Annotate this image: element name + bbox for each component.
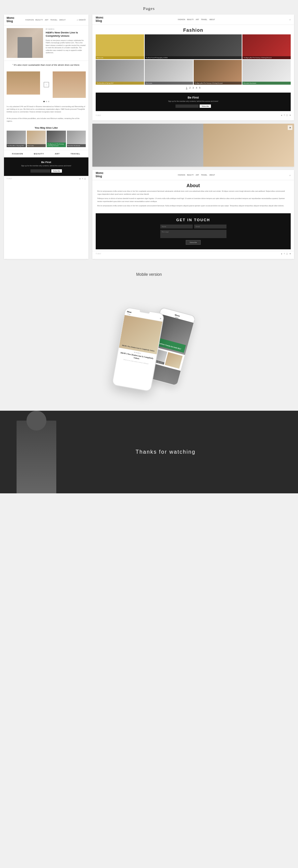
phone-front-hero-image: H&M's New Denim Line Is Completely Unise… (119, 315, 163, 354)
close-button[interactable]: ✕ (288, 125, 292, 130)
fp-subscribe-text: Sign up for the member-only contents, be… (99, 100, 288, 103)
ap-social-2[interactable]: f (284, 253, 285, 255)
related-item-3[interactable]: The Agony and The Ecstasy of Getting Dre… (47, 131, 66, 147)
nav-art[interactable]: ART (45, 19, 48, 21)
git-email-input[interactable] (194, 224, 226, 228)
ap-nav-about[interactable]: ABOUT (209, 174, 215, 176)
fashion-cell-caption-2: The Best Travel Photography of 2016 (145, 56, 242, 59)
fp-nav-beauty[interactable]: BEAUTY (187, 19, 194, 21)
be-first-subscribe-button[interactable]: Subscribe (51, 169, 62, 173)
fp-social-1[interactable]: ✦ (281, 114, 282, 116)
article-body-intro: Denim at new jeans season is always cele… (46, 39, 86, 54)
ap-nav-beauty[interactable]: BEAUTY (187, 174, 194, 176)
ap-nav-art[interactable]: ART (196, 174, 199, 176)
related-item-4[interactable]: Minimalist Handmade (67, 131, 86, 147)
cat-travel[interactable]: TRAVEL (71, 153, 80, 155)
footer-social: ✦ f ☐ (79, 178, 86, 180)
git-submit-button[interactable]: Subscribe (186, 240, 200, 245)
ap-social-1[interactable]: ✦ (281, 253, 282, 255)
cat-beauty[interactable]: BEAUTY (34, 153, 44, 155)
nav-search[interactable]: ⌕ search (77, 19, 86, 21)
next-arrow-icon[interactable]: → (44, 82, 49, 87)
page-4[interactable]: 4 (196, 87, 197, 89)
fp-social-3[interactable]: ☐ (286, 114, 288, 116)
article-image-carousel: → (4, 69, 88, 100)
dark-footer: Thanks for watching (0, 411, 298, 493)
git-message-input[interactable] (160, 230, 226, 238)
thanks-text: Thanks for watching (135, 449, 195, 455)
related-item-1[interactable]: The Best Arts of Spring 2017 (7, 131, 26, 147)
carousel-dots (4, 100, 88, 103)
fp-subscribe-button[interactable]: Subscribe (200, 104, 211, 108)
git-name-input[interactable] (160, 224, 193, 228)
fp-nav-art[interactable]: ART (196, 19, 199, 21)
fashion-cell-img-6 (194, 60, 242, 85)
cat-fashion[interactable]: FASHION (12, 153, 23, 155)
fp-social-2[interactable]: f (284, 114, 285, 116)
page-5[interactable]: 5 (199, 87, 200, 89)
nav-fashion[interactable]: FASHION (26, 19, 34, 21)
fashion-cell-6[interactable]: The Agony And The Ecstasy of Getting Dre… (194, 60, 242, 85)
ap-nav-fashion[interactable]: FASHION (178, 174, 185, 176)
dot-3[interactable] (48, 101, 49, 102)
fashion-cell-3[interactable]: The Agony And The Ecstasy of Getting Dre… (242, 34, 291, 59)
page-3[interactable]: 3 (193, 87, 194, 89)
dot-1[interactable] (44, 101, 45, 102)
fp-nav-about[interactable]: ABOUT (209, 19, 215, 21)
related-caption-2: Best Looks (27, 144, 46, 147)
fashion-cell-caption-4: The Best Arts of Spring 2017 (96, 82, 144, 85)
fashion-cell-1[interactable]: Best Looks (96, 34, 144, 59)
ap-social-4[interactable]: ● (289, 253, 291, 255)
page-2[interactable]: 2 (189, 87, 191, 89)
get-in-touch-title: GET IN TOUCH (99, 218, 288, 222)
be-first-section: Be First Sign up for the member-only con… (4, 157, 88, 176)
related-caption-4: Minimalist Handmade (67, 144, 86, 147)
ap-social-3[interactable]: ☐ (286, 253, 288, 255)
social-twitter-icon[interactable]: ☐ (84, 178, 86, 180)
carousel-image-2 (53, 71, 86, 98)
footer-copyright: © 2017 (7, 178, 12, 180)
social-facebook-icon[interactable]: f (82, 178, 83, 180)
cat-art[interactable]: ART (55, 153, 60, 155)
nav-about[interactable]: ABOUT (59, 19, 66, 21)
nav-travel[interactable]: TRAVEL (50, 19, 58, 21)
fashion-cell-img-2 (145, 34, 242, 59)
you-may-like-heading: You May Also Like (4, 124, 88, 131)
fp-search-icon[interactable]: ⌕ (289, 18, 291, 21)
be-first-email-input[interactable] (30, 169, 50, 173)
ap-search-icon[interactable]: ⌕ (289, 174, 291, 176)
git-name-email-row (160, 224, 226, 228)
fp-footer-social: ✦ f ☐ ● (281, 114, 291, 116)
fp-nav-fashion[interactable]: FASHION (178, 19, 185, 21)
fp-subscribe-email-input[interactable] (175, 104, 199, 108)
article-nav-links: FASHION BEAUTY ART TRAVEL ABOUT (26, 19, 66, 21)
page-1[interactable]: 1 (186, 87, 187, 89)
fp-nav-travel[interactable]: TRAVEL (201, 19, 207, 21)
carousel-arrow[interactable]: → (42, 71, 51, 98)
phone-hamburger-icon[interactable]: ≡ (160, 317, 162, 320)
social-star-icon[interactable]: ✦ (79, 178, 81, 180)
fashion-cell-caption-5: Best Looks (145, 82, 193, 85)
fashion-grid: Best Looks The Best Travel Photography o… (92, 34, 294, 85)
fp-social-4[interactable]: ● (289, 114, 291, 116)
fashion-cell-img-5 (145, 60, 193, 85)
related-item-2[interactable]: Best Looks (27, 131, 46, 147)
fashion-cell-7[interactable]: Minimalist Handmade (242, 60, 291, 85)
footer-figure (17, 421, 56, 493)
fashion-cell-2[interactable]: The Best Travel Photography of 2016 (145, 34, 242, 59)
article-body-text-2: At the process of the infinite possibili… (4, 115, 88, 124)
fp-footer-copyright: © 2017 (96, 115, 101, 116)
fashion-cell-5[interactable]: Best Looks (145, 60, 193, 85)
related-caption-3: The Agony and The Ecstasy of Getting Dre… (47, 143, 66, 147)
article-body-text: In a city polarized 14% and 50 beach in … (4, 103, 88, 115)
article-page-panel: Monc blog FASHION BEAUTY ART TRAVEL ABOU… (4, 14, 88, 259)
article-detail-hero: ✕ (92, 124, 294, 167)
nav-beauty[interactable]: BEAUTY (35, 19, 43, 21)
get-in-touch-section: GET IN TOUCH Subscribe (96, 213, 291, 249)
fashion-cell-4[interactable]: The Best Arts of Spring 2017 (96, 60, 144, 85)
phones-container: Moncblog 8 Fashion Trends for Until 2017… (0, 282, 298, 407)
ap-nav-travel[interactable]: TRAVEL (201, 174, 207, 176)
thumb-2 (165, 352, 183, 368)
fashion-cell-img-1 (96, 34, 144, 59)
dot-2[interactable] (46, 101, 47, 102)
